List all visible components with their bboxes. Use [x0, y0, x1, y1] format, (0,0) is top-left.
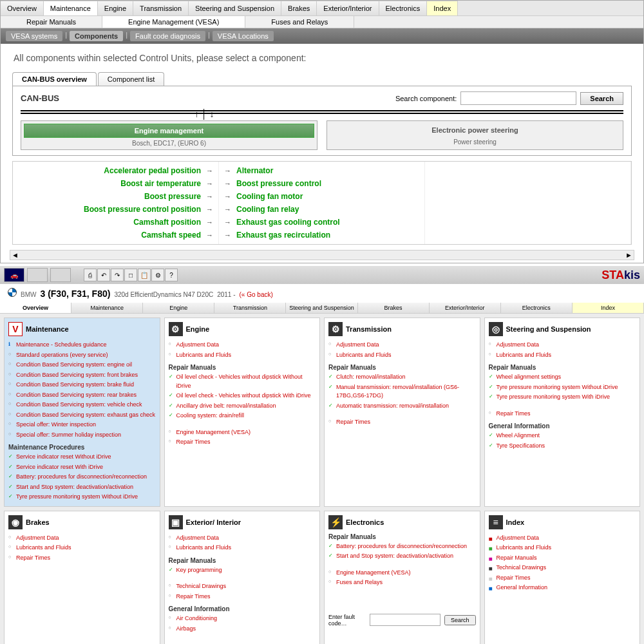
- list-item[interactable]: Tyre Specifications: [489, 441, 636, 451]
- list-item[interactable]: Automatic transmission: removal/installa…: [328, 401, 476, 412]
- tool-icon-5[interactable]: 📋: [138, 269, 151, 281]
- list-item[interactable]: General Information: [489, 583, 636, 593]
- control-unit-0[interactable]: Engine managementBosch, EDC17, (EURO 6): [21, 120, 317, 150]
- component-link[interactable]: Boost air temperature: [120, 179, 201, 188]
- list-item[interactable]: Engine Management (VESA): [328, 568, 476, 578]
- component-link[interactable]: Accelerator pedal position: [104, 166, 201, 175]
- list-item[interactable]: Wheel alignment settings: [489, 372, 636, 383]
- vesa-tab-1[interactable]: Components: [70, 31, 123, 41]
- main-tab-exterior-interior[interactable]: Exterior/Interior: [317, 1, 379, 15]
- list-item[interactable]: Technical Drawings: [169, 582, 316, 592]
- component-link[interactable]: Camshaft position: [133, 218, 201, 227]
- scroll-right-icon[interactable]: ►: [625, 251, 632, 259]
- list-item[interactable]: Lubricants and Fluids: [489, 350, 636, 361]
- list-item[interactable]: Manual transmission: removal/installatio…: [328, 383, 476, 401]
- list-item[interactable]: Clutch: removal/installation: [328, 372, 476, 383]
- tool-icon-1[interactable]: ⎙: [84, 269, 97, 281]
- component-link[interactable]: Alternator: [236, 166, 273, 175]
- main-tab-brakes[interactable]: Brakes: [281, 1, 317, 15]
- tool-icon-6[interactable]: ⚙: [151, 269, 164, 281]
- list-item[interactable]: Condition Based Servicing system: front …: [8, 370, 156, 381]
- main-tab-transmission[interactable]: Transmission: [133, 1, 189, 15]
- fault-search-button[interactable]: Search: [444, 615, 476, 625]
- list-item[interactable]: Lubricants and Fluids: [8, 543, 156, 553]
- list-item[interactable]: Service indicator reset Without iDrive: [8, 452, 156, 462]
- list-item[interactable]: Tyre pressure monitoring system With iDr…: [489, 392, 636, 402]
- list-item[interactable]: Repair Times: [489, 409, 636, 419]
- list-item[interactable]: Repair Times: [169, 592, 316, 602]
- list-item[interactable]: Oil level check - Vehicles without dipst…: [169, 391, 316, 401]
- bot-tab-3[interactable]: Transmission: [214, 303, 286, 313]
- bot-tab-4[interactable]: Steering and Suspension: [286, 303, 357, 313]
- list-item[interactable]: Repair Times: [328, 417, 476, 428]
- list-item[interactable]: Special offer: Winter inspection: [8, 420, 156, 430]
- bot-tab-2[interactable]: Engine: [143, 303, 214, 313]
- component-link[interactable]: Exhaust gas recirculation: [236, 231, 330, 240]
- overview-tab-0[interactable]: CAN-BUS overview: [12, 72, 97, 86]
- list-item[interactable]: Condition Based Servicing system: rear b…: [8, 390, 156, 401]
- control-unit-1[interactable]: Electronic power steeringPower steering: [327, 120, 623, 150]
- list-item[interactable]: Wheel Alignment: [489, 431, 636, 441]
- horizontal-scrollbar[interactable]: ◄ ►: [10, 250, 634, 260]
- list-item[interactable]: Lubricants and Fluids: [489, 543, 636, 553]
- component-link[interactable]: Boost pressure control: [236, 179, 321, 188]
- list-item[interactable]: Adjustment Data: [489, 533, 636, 544]
- list-item[interactable]: Start and Stop system: deactivation/acti…: [8, 482, 156, 493]
- component-link[interactable]: Exhaust gas cooling control: [236, 218, 340, 227]
- main-tab-overview[interactable]: Overview: [1, 1, 44, 15]
- main-tab-electronics[interactable]: Electronics: [379, 1, 428, 15]
- list-item[interactable]: Repair Times: [169, 437, 316, 448]
- list-item[interactable]: Engine Management (VESA): [169, 428, 316, 438]
- vesa-tab-0[interactable]: VESA systems: [6, 31, 62, 41]
- overview-tab-1[interactable]: Component list: [98, 72, 164, 86]
- scroll-left-icon[interactable]: ◄: [12, 251, 19, 259]
- list-item[interactable]: Repair Times: [8, 553, 156, 564]
- list-item[interactable]: Technical Drawings: [489, 563, 636, 573]
- vesa-tab-3[interactable]: VESA Locations: [213, 31, 274, 41]
- list-item[interactable]: Repair Manuals: [489, 553, 636, 564]
- list-item[interactable]: Battery: procedures for disconnection/re…: [328, 542, 476, 552]
- list-item[interactable]: Service indicator reset With iDrive: [8, 462, 156, 473]
- list-item[interactable]: Lubricants and Fluids: [328, 350, 476, 361]
- list-item[interactable]: Adjustment Data: [169, 533, 316, 544]
- tool-icon-4[interactable]: □: [124, 269, 137, 281]
- list-item[interactable]: Condition Based Servicing system: vehicl…: [8, 400, 156, 410]
- search-component-input[interactable]: [460, 91, 576, 105]
- list-item[interactable]: Special offer: Summer holiday inspection: [8, 430, 156, 440]
- list-item[interactable]: Maintenance - Schedules guidance: [8, 340, 156, 350]
- sub-tab-1[interactable]: Engine Management (VESA): [102, 16, 245, 28]
- main-tab-index[interactable]: Index: [427, 1, 458, 15]
- bot-tab-1[interactable]: Maintenance: [71, 303, 143, 313]
- main-tab-steering-and-suspension[interactable]: Steering and Suspension: [189, 1, 281, 15]
- tool-icon-2[interactable]: ↶: [97, 269, 110, 281]
- component-link[interactable]: Cooling fan relay: [236, 205, 299, 214]
- tool-icon-7[interactable]: ?: [165, 269, 178, 281]
- bot-tab-6[interactable]: Exterior/Interior: [430, 303, 501, 313]
- go-back-link[interactable]: (« Go back): [240, 291, 273, 298]
- list-item[interactable]: Adjustment Data: [169, 340, 316, 350]
- list-item[interactable]: Airbags: [169, 624, 316, 634]
- list-item[interactable]: Air Conditioning: [169, 614, 316, 624]
- component-link[interactable]: Camshaft speed: [141, 231, 201, 240]
- list-item[interactable]: Lubricants and Fluids: [169, 543, 316, 553]
- tb-btn-2[interactable]: [27, 268, 48, 282]
- component-link[interactable]: Cooling fan motor: [236, 192, 303, 201]
- bot-tab-0[interactable]: Overview: [0, 303, 71, 313]
- sub-tab-0[interactable]: Repair Manuals: [1, 16, 102, 28]
- component-link[interactable]: Boost pressure: [144, 192, 201, 201]
- list-item[interactable]: Standard operations (every service): [8, 350, 156, 361]
- list-item[interactable]: Tyre pressure monitoring system Without …: [8, 492, 156, 502]
- sub-tab-2[interactable]: Fuses and Relays: [245, 16, 354, 28]
- car-button[interactable]: 🚗: [4, 268, 24, 282]
- bot-tab-5[interactable]: Brakes: [358, 303, 430, 313]
- main-tab-engine[interactable]: Engine: [98, 1, 133, 15]
- tb-btn-3[interactable]: [50, 268, 71, 282]
- list-item[interactable]: Fuses and Relays: [328, 578, 476, 588]
- fault-code-input[interactable]: [370, 614, 440, 626]
- list-item[interactable]: Adjustment Data: [328, 340, 476, 350]
- list-item[interactable]: Adjustment Data: [489, 340, 636, 350]
- bot-tab-8[interactable]: Index: [573, 303, 644, 313]
- list-item[interactable]: Repair Times: [489, 573, 636, 583]
- list-item[interactable]: Adjustment Data: [8, 533, 156, 544]
- list-item[interactable]: Tyre pressure monitoring system Without …: [489, 383, 636, 393]
